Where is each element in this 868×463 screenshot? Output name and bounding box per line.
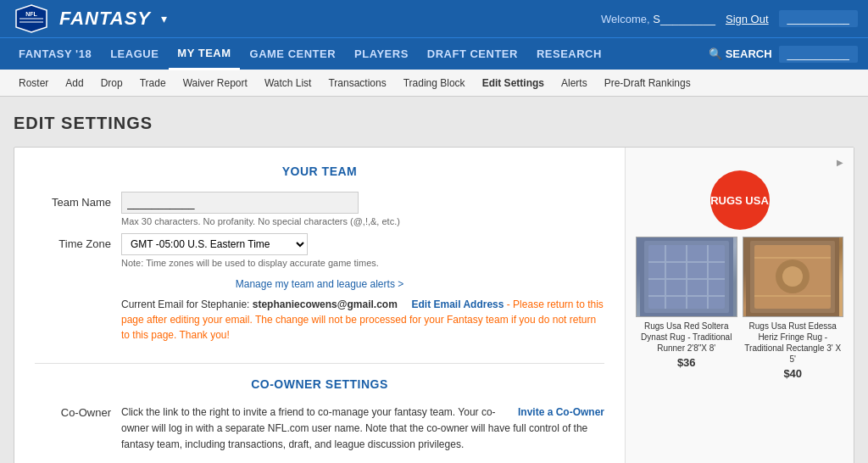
dropdown-icon[interactable]: ▾	[161, 12, 167, 25]
subnav-drop[interactable]: Drop	[92, 70, 131, 97]
subnav-predraft[interactable]: Pre-Draft Rankings	[596, 70, 699, 97]
search-icon: 🔍	[709, 47, 722, 60]
ad-image-1: Rugs Usa Red Soltera Dynast Rug - Tradit…	[636, 237, 737, 380]
ad-arrow-icon: ▶	[636, 158, 843, 167]
manage-alerts-link[interactable]: Manage my team and league alerts >	[35, 278, 604, 290]
email-label: Current Email for Stephanie:	[121, 298, 249, 310]
page-content: EDIT SETTINGS YOUR TEAM Team Name Max 30…	[0, 97, 868, 463]
team-pill: ___________	[779, 46, 858, 63]
nav-item-myteam[interactable]: MY TEAM	[169, 38, 239, 70]
subnav-trading-block[interactable]: Trading Block	[395, 70, 474, 97]
nfl-logo-wrap: NFL FANTASY ▾	[10, 3, 167, 35]
ad-img1-price: $36	[636, 356, 737, 369]
timezone-field: GMT -05:00 U.S. Eastern Time Note: Time …	[121, 233, 604, 268]
co-owner-header: CO-OWNER SETTINGS	[35, 377, 604, 391]
nav-item-research[interactable]: RESEARCH	[528, 38, 610, 70]
ad-img1-caption: Rugs Usa Red Soltera Dynast Rug - Tradit…	[636, 321, 737, 354]
search-link[interactable]: 🔍 SEARCH	[709, 47, 772, 60]
nav-item-league[interactable]: LEAGUE	[102, 38, 167, 70]
nfl-shield-icon: NFL	[10, 3, 53, 35]
signout-link[interactable]: Sign Out	[726, 13, 769, 25]
timezone-label: Time Zone	[35, 233, 111, 250]
subnav-watch-list[interactable]: Watch List	[256, 70, 320, 97]
subnav-waiver-report[interactable]: Waiver Report	[175, 70, 256, 97]
co-owner-section: CO-OWNER SETTINGS Co-Owner Invite a Co-O…	[35, 363, 604, 454]
rugs-usa-logo: RUGS USA	[710, 170, 770, 230]
nav-item-gamecenter[interactable]: GAME CENTER	[242, 38, 345, 70]
svg-text:NFL: NFL	[25, 11, 37, 17]
ad-images: Rugs Usa Red Soltera Dynast Rug - Tradit…	[636, 237, 843, 380]
ad-image-2: Rugs Usa Rust Edessa Heriz Fringe Rug - …	[743, 237, 844, 380]
team-name-input[interactable]	[121, 192, 359, 214]
brand-title: FANTASY	[59, 8, 151, 30]
subnav-add[interactable]: Add	[57, 70, 92, 97]
search-area: 🔍 SEARCH ___________	[709, 46, 858, 63]
top-bar: NFL FANTASY ▾ Welcome, S_________ Sign O…	[0, 0, 868, 37]
subnav-trade[interactable]: Trade	[131, 70, 175, 97]
page-title: EDIT SETTINGS	[14, 114, 854, 133]
ad-img2-price: $40	[743, 367, 844, 380]
ad-content: RUGS USA	[636, 170, 843, 380]
your-team-header: YOUR TEAM	[35, 165, 604, 178]
welcome-text: Welcome, S_________	[601, 13, 715, 25]
nav-item-fantasy18[interactable]: FANTASY '18	[10, 38, 100, 70]
main-card: YOUR TEAM Team Name Max 30 characters. N…	[14, 147, 854, 463]
top-bar-right: Welcome, S_________ Sign Out ___________	[601, 10, 858, 27]
subnav-roster[interactable]: Roster	[10, 70, 57, 97]
timezone-select[interactable]: GMT -05:00 U.S. Eastern Time	[121, 233, 308, 255]
email-value: stephaniecowens@gmail.com	[253, 298, 398, 310]
edit-email-link[interactable]: Edit Email Address	[412, 298, 504, 310]
nav-item-draftcenter[interactable]: DRAFT CENTER	[419, 38, 526, 70]
sub-nav: Roster Add Drop Trade Waiver Report Watc…	[0, 70, 868, 97]
subnav-transactions[interactable]: Transactions	[320, 70, 394, 97]
rug-image-left[interactable]	[636, 237, 737, 317]
subnav-edit-settings[interactable]: Edit Settings	[474, 70, 553, 97]
co-owner-row: Co-Owner Invite a Co-Owner Click the lin…	[35, 404, 604, 454]
subnav-alerts[interactable]: Alerts	[553, 70, 596, 97]
co-owner-label: Co-Owner	[35, 404, 111, 454]
rug-image-right[interactable]	[743, 237, 844, 317]
timezone-row: Time Zone GMT -05:00 U.S. Eastern Time N…	[35, 233, 604, 268]
team-name-hint: Max 30 characters. No profanity. No spec…	[121, 216, 604, 226]
card-left: YOUR TEAM Team Name Max 30 characters. N…	[14, 148, 625, 463]
team-name-field: Max 30 characters. No profanity. No spec…	[121, 192, 604, 226]
ad-panel: ▶ RUGS USA	[625, 148, 854, 463]
timezone-note: Note: Time zones will be used to display…	[121, 258, 604, 268]
ad-img2-caption: Rugs Usa Rust Edessa Heriz Fringe Rug - …	[743, 321, 844, 365]
team-name-row: Team Name Max 30 characters. No profanit…	[35, 192, 604, 226]
team-name-label: Team Name	[35, 192, 111, 209]
user-team-pill: ___________	[779, 10, 858, 27]
co-owner-content: Invite a Co-Owner Click the link to the …	[121, 404, 604, 454]
nav-item-players[interactable]: PLAYERS	[346, 38, 417, 70]
svg-point-14	[782, 266, 803, 287]
email-row: Current Email for Stephanie: stephanieco…	[35, 297, 604, 343]
invite-co-owner-link[interactable]: Invite a Co-Owner	[518, 404, 604, 421]
main-nav: FANTASY '18 LEAGUE MY TEAM GAME CENTER P…	[0, 37, 868, 70]
